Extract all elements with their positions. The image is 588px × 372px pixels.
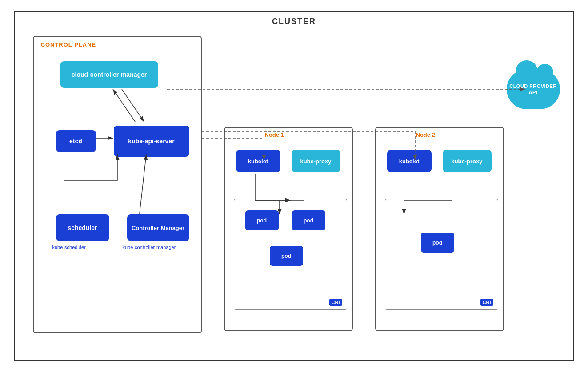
controller-manager-box: Controller Manager [127, 214, 189, 241]
node2-pod-1: pod [421, 233, 454, 253]
etcd-box: etcd [56, 130, 96, 152]
node2-label: Node 2 [416, 131, 435, 138]
control-plane-label: CONTROL PLANE [41, 41, 96, 48]
node2-kube-proxy: kube-proxy [443, 150, 492, 172]
node2-cri-label: CRI [480, 299, 493, 306]
cloud-provider: CLOUD PROVIDER API [507, 69, 560, 109]
cloud-provider-label: CLOUD PROVIDER API [507, 83, 560, 96]
node1-kubelet: kubelet [236, 150, 280, 172]
node1-cri-label: CRI [329, 299, 342, 306]
node2-pods-container: pod CRI [385, 199, 498, 310]
scheduler-box: scheduler [56, 214, 109, 241]
cluster-container: CLUSTER CONTROL PLANE cloud-controller-m… [14, 11, 574, 361]
node1-pod-1: pod [245, 210, 279, 230]
node1-pod-2: pod [292, 210, 325, 230]
node1-pods-container: pod pod pod CRI [234, 199, 347, 310]
controller-manager-sublabel: kube-controller-manager [123, 245, 176, 250]
node1-pod-3: pod [270, 246, 303, 266]
kube-api-server-box: kube-api-server [114, 126, 189, 157]
node1-kube-proxy: kube-proxy [292, 150, 340, 172]
cluster-label: CLUSTER [272, 17, 316, 26]
node2-kubelet: kubelet [387, 150, 432, 172]
scheduler-sublabel: kube-scheduler [52, 245, 86, 250]
cloud-controller-manager-box: cloud-controller-manager [60, 61, 158, 88]
node1-label: Node 1 [265, 131, 284, 138]
control-plane: CONTROL PLANE cloud-controller-manager k… [33, 36, 202, 333]
cloud-shape: CLOUD PROVIDER API [507, 69, 560, 109]
node2-container: Node 2 kubelet kube-proxy pod CRI [375, 127, 504, 331]
node1-container: Node 1 kubelet kube-proxy pod pod pod CR… [224, 127, 353, 331]
